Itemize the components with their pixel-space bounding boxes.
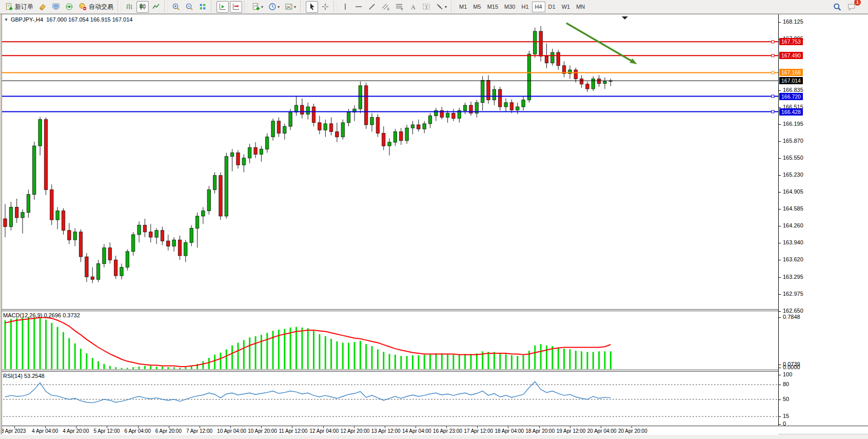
indicators-button[interactable]: ▾ bbox=[250, 1, 265, 13]
tab-timeframe-mn[interactable]: MN bbox=[573, 2, 588, 12]
tile-windows-button[interactable] bbox=[196, 1, 209, 13]
axis-label: 164.260 bbox=[783, 222, 803, 228]
toolbar-right-group: 1 bbox=[830, 1, 859, 13]
equidistant-channel-icon: E bbox=[381, 3, 390, 11]
templates-caret-icon[interactable]: ▾ bbox=[294, 5, 296, 9]
time-label: 16 Apr 23:00 bbox=[433, 428, 462, 434]
sound-button[interactable] bbox=[63, 1, 75, 13]
channel-tool-button[interactable]: E bbox=[379, 1, 392, 13]
fibonacci-tool-button[interactable]: F bbox=[393, 1, 406, 13]
line-chart-button[interactable] bbox=[150, 1, 162, 13]
tab-timeframe-m30[interactable]: M30 bbox=[501, 2, 518, 12]
time-label: 20 Apr 04:00 bbox=[587, 428, 617, 434]
indicators-caret-icon[interactable]: ▾ bbox=[261, 5, 263, 9]
clock-icon bbox=[268, 3, 277, 11]
price-chart-pane[interactable] bbox=[0, 15, 778, 309]
tab-timeframe-h1[interactable]: H1 bbox=[518, 2, 531, 12]
auto-scroll-icon bbox=[219, 3, 227, 11]
axis-tick bbox=[779, 141, 781, 142]
time-label: 18 Apr 04:00 bbox=[495, 428, 524, 434]
candlesticks[interactable] bbox=[4, 26, 613, 283]
svg-text:T: T bbox=[425, 5, 428, 10]
axis-tick bbox=[779, 192, 781, 193]
trend-arrow-annotation[interactable] bbox=[566, 23, 637, 64]
macd-pane[interactable] bbox=[0, 311, 778, 370]
tab-timeframe-m15[interactable]: M15 bbox=[484, 2, 501, 12]
text-icon: A bbox=[409, 3, 417, 11]
chart-shift-icon bbox=[232, 3, 240, 11]
axis-tick bbox=[779, 260, 781, 260]
axis-label: 50 bbox=[783, 396, 789, 402]
collapse-arrow-icon[interactable]: ▼ bbox=[4, 17, 8, 22]
zoom-out-button[interactable] bbox=[183, 1, 195, 13]
axis-tick bbox=[779, 375, 781, 375]
toolbar-separator bbox=[333, 1, 337, 12]
time-label: 10 Apr 04:00 bbox=[217, 428, 246, 434]
zoom-in-button[interactable] bbox=[170, 1, 182, 13]
rsi-pane[interactable] bbox=[0, 371, 778, 426]
macd-histogram bbox=[5, 317, 610, 369]
horizontal-level-lines[interactable] bbox=[0, 41, 778, 113]
vertical-line-tool-button[interactable] bbox=[339, 1, 351, 13]
arrows-caret-icon[interactable]: ▾ bbox=[445, 5, 447, 9]
line-chart-icon bbox=[152, 3, 160, 11]
tab-timeframe-d1[interactable]: D1 bbox=[545, 2, 559, 12]
pane-separator[interactable] bbox=[0, 309, 868, 311]
axis-tick bbox=[779, 243, 781, 243]
text-tool-button[interactable]: A bbox=[407, 1, 419, 13]
eraser-button[interactable] bbox=[36, 1, 49, 13]
auto-trading-icon bbox=[78, 3, 87, 11]
tile-windows-icon bbox=[199, 3, 207, 11]
text-label-tool-button[interactable]: T bbox=[420, 1, 432, 13]
bar-chart-button[interactable] bbox=[123, 1, 135, 13]
time-label: 3 Apr 2023 bbox=[1, 428, 26, 434]
axis-tick bbox=[779, 209, 781, 209]
periods-caret-icon[interactable]: ▾ bbox=[278, 5, 280, 9]
axis-label: 165.230 bbox=[783, 171, 803, 178]
notifications-button[interactable]: 1 bbox=[845, 1, 858, 13]
new-order-button[interactable]: 新订单 bbox=[3, 1, 35, 13]
window-frame-strip bbox=[0, 14, 2, 434]
tab-timeframe-w1[interactable]: W1 bbox=[559, 2, 574, 12]
indicators-icon bbox=[252, 3, 260, 11]
tab-timeframe-m1[interactable]: M1 bbox=[456, 2, 470, 12]
axis-label: 166.195 bbox=[783, 121, 803, 127]
arrows-tool-button[interactable]: ▾ bbox=[433, 1, 449, 13]
search-button[interactable] bbox=[831, 1, 844, 13]
price-level-tag: 167.490 bbox=[779, 52, 803, 59]
cursor-tool-button[interactable] bbox=[306, 1, 318, 13]
tab-timeframe-m5[interactable]: M5 bbox=[470, 2, 484, 12]
trendline-tool-button[interactable] bbox=[366, 1, 378, 13]
horizontal-line-tool-button[interactable] bbox=[352, 1, 365, 13]
time-axis[interactable]: 3 Apr 20234 Apr 04:004 Apr 20:005 Apr 12… bbox=[0, 426, 778, 435]
time-label: 19 Apr 12:00 bbox=[557, 428, 586, 434]
price-axis[interactable]: 168.125167.805166.835166.515166.195165.8… bbox=[778, 14, 868, 426]
templates-button[interactable]: ▾ bbox=[283, 1, 298, 13]
time-label: 6 Apr 20:00 bbox=[155, 428, 182, 434]
axis-tick bbox=[779, 277, 781, 278]
rsi-level-lines bbox=[0, 385, 778, 416]
symbol-period-label: GBPJPY-,H4 bbox=[11, 16, 43, 23]
eraser-icon bbox=[38, 3, 47, 11]
time-label: 5 Apr 12:00 bbox=[93, 428, 120, 434]
candlestick-chart-button[interactable] bbox=[136, 1, 149, 13]
pane-separator[interactable] bbox=[0, 370, 868, 372]
periods-button[interactable]: ▾ bbox=[266, 1, 282, 13]
terminal-button[interactable] bbox=[50, 1, 62, 13]
chart-title-overlay: ▼GBPJPY-,H4 167.000 167.054 166.915 167.… bbox=[4, 16, 132, 23]
auto-trading-button[interactable]: 自动交易 bbox=[76, 1, 115, 13]
axis-tick bbox=[779, 416, 781, 417]
svg-text:A: A bbox=[411, 4, 416, 11]
crosshair-tool-button[interactable] bbox=[319, 1, 331, 13]
text-label-icon: T bbox=[422, 3, 430, 11]
auto-scroll-button[interactable] bbox=[216, 1, 229, 13]
tab-timeframe-h4[interactable]: H4 bbox=[532, 2, 545, 12]
chart-shift-button[interactable] bbox=[230, 1, 242, 13]
chart-window: ▼GBPJPY-,H4 167.000 167.054 166.915 167.… bbox=[0, 14, 868, 434]
svg-text:F: F bbox=[401, 8, 403, 11]
time-label: 12 Apr 20:00 bbox=[341, 428, 370, 434]
axis-label: 0.7848 bbox=[783, 314, 800, 320]
axis-label: 165.550 bbox=[783, 155, 803, 161]
notification-badge: 1 bbox=[854, 0, 861, 6]
axis-label: 168.125 bbox=[783, 18, 803, 25]
